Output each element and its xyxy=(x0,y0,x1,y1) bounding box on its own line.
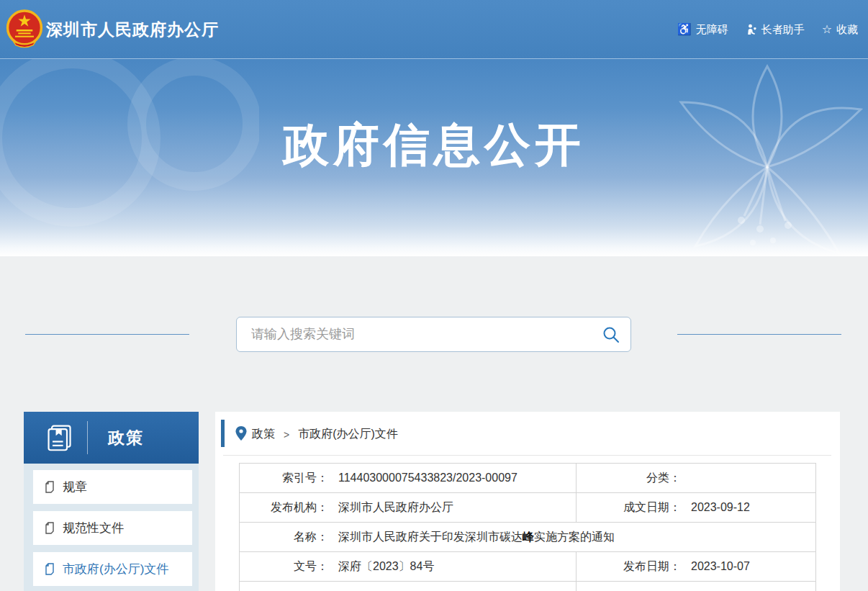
breadcrumb-current: 市政府(办公厅)文件 xyxy=(298,427,398,442)
sidebar-item-municipal-government-documents[interactable]: 市政府(办公厅)文件 xyxy=(33,552,192,586)
empty-cell xyxy=(240,582,577,591)
publish-date-label: 发布日期： xyxy=(577,559,681,574)
accessibility-label: 无障碍 xyxy=(696,23,728,37)
document-title-label: 名称： xyxy=(240,530,328,545)
sidebar-item-label: 市政府(办公厅)文件 xyxy=(63,561,168,577)
written-date-cell: 成文日期：2023-09-12 xyxy=(577,493,816,523)
policy-book-icon xyxy=(45,423,74,452)
document-number-value: 深府〔2023〕84号 xyxy=(338,560,434,572)
breadcrumb: 政策 > 市政府(办公厅)文件 xyxy=(215,412,840,455)
document-icon xyxy=(45,563,56,575)
table-row: 发布机构：深圳市人民政府办公厅 成文日期：2023-09-12 xyxy=(240,493,816,523)
issuing-agency-cell: 发布机构：深圳市人民政府办公厅 xyxy=(240,493,577,523)
breadcrumb-link-policy[interactable]: 政策 xyxy=(252,427,275,442)
sidebar-menu: 规章 规范性文件 市政府(办公厅)文件 xyxy=(24,464,199,591)
category-label: 分类： xyxy=(577,471,681,486)
document-icon xyxy=(45,522,56,534)
index-number-cell: 索引号：114403000075433823/2023-00097 xyxy=(240,464,577,493)
category-cell: 分类： xyxy=(577,464,816,493)
location-pin-icon xyxy=(235,426,247,441)
index-number-label: 索引号： xyxy=(240,471,328,486)
index-number-value: 114403000075433823/2023-00097 xyxy=(338,472,517,484)
written-date-value: 2023-09-12 xyxy=(691,501,750,513)
breadcrumb-divider xyxy=(223,455,831,456)
site-title: 深圳市人民政府办公厅 xyxy=(46,0,219,59)
document-metadata-table: 索引号：114403000075433823/2023-00097 分类： 发布… xyxy=(239,463,816,591)
sidebar-item-label: 规章 xyxy=(63,479,87,495)
sidebar: 政策 规章 规范性文件 xyxy=(24,412,199,591)
publish-date-value: 2023-10-07 xyxy=(691,560,750,572)
document-icon xyxy=(45,481,56,493)
right-divider-line xyxy=(677,334,841,335)
topbar-links: ♿ 无障碍 长者助手 ☆ 收藏 xyxy=(677,0,858,59)
breadcrumb-trail: 政策 > 市政府(办公厅)文件 xyxy=(252,427,398,442)
table-row: 索引号：114403000075433823/2023-00097 分类： xyxy=(240,464,816,493)
document-number-label: 文号： xyxy=(240,559,328,574)
table-row: 文号：深府〔2023〕84号 发布日期：2023-10-07 xyxy=(240,552,816,582)
document-title-post: 实施方案的通知 xyxy=(534,531,615,543)
search-box xyxy=(236,317,631,352)
search-input[interactable] xyxy=(237,317,593,351)
elder-assistant-link[interactable]: 长者助手 xyxy=(746,23,805,37)
sidebar-title: 政策 xyxy=(108,427,144,449)
topbar: 深圳市人民政府办公厅 ♿ 无障碍 长者助手 ☆ 收藏 xyxy=(0,0,868,59)
document-title-pre: 深圳市人民政府关于印发深圳市碳达 xyxy=(338,531,523,543)
accessibility-icon: ♿ xyxy=(677,24,692,35)
breadcrumb-accent-bar xyxy=(221,420,225,447)
written-date-label: 成文日期： xyxy=(577,500,681,515)
sidebar-item-label: 规范性文件 xyxy=(63,520,124,536)
search-icon xyxy=(602,325,620,344)
publish-date-cell: 发布日期：2023-10-07 xyxy=(577,552,816,582)
search-button[interactable] xyxy=(602,325,620,344)
document-number-cell: 文号：深府〔2023〕84号 xyxy=(240,552,577,582)
sidebar-header: 政策 xyxy=(24,412,199,464)
document-title-cell: 名称：深圳市人民政府关于印发深圳市碳达峰实施方案的通知 xyxy=(240,523,816,552)
page-title: 政府信息公开 xyxy=(0,114,868,176)
national-emblem-logo xyxy=(6,9,43,50)
table-row: 名称：深圳市人民政府关于印发深圳市碳达峰实施方案的通知 xyxy=(240,523,816,552)
elder-assistant-icon xyxy=(746,24,757,35)
banner: 政府信息公开 xyxy=(0,59,868,256)
table-row xyxy=(240,582,816,591)
breadcrumb-separator: > xyxy=(284,429,289,441)
favorite-link[interactable]: ☆ 收藏 xyxy=(822,23,858,37)
main-panel: 政策 > 市政府(办公厅)文件 索引号：114403000075433823/2… xyxy=(215,412,840,591)
left-divider-line xyxy=(25,334,189,335)
sidebar-header-divider xyxy=(87,421,88,454)
accessibility-link[interactable]: ♿ 无障碍 xyxy=(677,23,728,37)
issuing-agency-value: 深圳市人民政府办公厅 xyxy=(338,501,453,513)
sidebar-item-normative-documents[interactable]: 规范性文件 xyxy=(33,511,192,545)
document-title-value: 深圳市人民政府关于印发深圳市碳达峰实施方案的通知 xyxy=(338,531,615,543)
sidebar-item-regulations[interactable]: 规章 xyxy=(33,470,192,504)
issuing-agency-label: 发布机构： xyxy=(240,500,328,515)
document-title-highlight: 峰 xyxy=(523,531,534,543)
empty-cell xyxy=(577,582,816,591)
favorite-label: 收藏 xyxy=(836,23,858,37)
star-icon: ☆ xyxy=(822,24,832,35)
elder-assistant-label: 长者助手 xyxy=(761,23,805,37)
